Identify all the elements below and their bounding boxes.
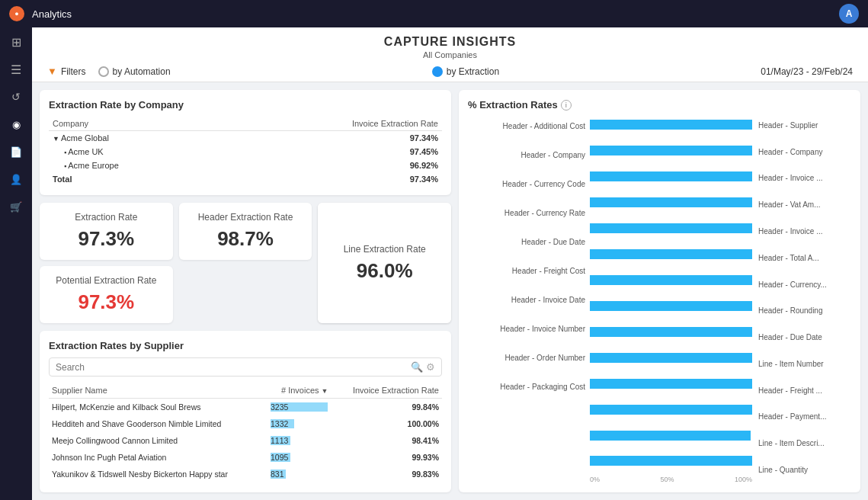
extraction-radio[interactable] xyxy=(432,66,443,77)
chart-title: % Extraction Rates i xyxy=(468,99,851,111)
chart-right-label: Line - Item Descri... xyxy=(752,439,851,447)
chart-bar-row xyxy=(590,351,752,364)
topbar: ● Analytics A xyxy=(0,0,868,27)
page-title: CAPTURE INSIGHTS xyxy=(384,35,516,49)
chart-right-label: Line - Item Number xyxy=(752,360,851,368)
chart-bar-row xyxy=(590,222,752,236)
invoice-count: 831 xyxy=(267,466,332,482)
chart-right-label: Line - Quantity xyxy=(752,466,851,474)
chart-bar-row xyxy=(590,273,752,287)
supplier-table-container[interactable]: Supplier Name # Invoices ▼ Invoice Extra… xyxy=(49,383,442,483)
chart-right-label: Header - Total A... xyxy=(752,254,851,262)
supplier-table: Supplier Name # Invoices ▼ Invoice Extra… xyxy=(49,383,442,483)
sidebar-icon-grid[interactable]: ⊞ xyxy=(8,34,24,50)
chart-left-label: Header - Packaging Cost xyxy=(468,383,590,391)
company-rate-cell: 97.34% xyxy=(222,172,442,186)
page-header: CAPTURE INSIGHTS All Companies ▼ Filters… xyxy=(32,27,868,82)
col-company: Company xyxy=(49,117,222,131)
chart-bar-row xyxy=(590,325,752,338)
chart-left-label: Header - Due Date xyxy=(468,238,590,246)
col-invoices: # Invoices ▼ xyxy=(267,383,332,399)
chart-bar-row xyxy=(590,428,752,442)
sidebar-icon-menu[interactable]: ☰ xyxy=(8,61,24,78)
extraction-rate-value: 97.3% xyxy=(78,227,134,251)
chart-right-label: Header - Freight ... xyxy=(752,386,851,395)
header-extraction-rate-card: Header Extraction Rate 98.7% xyxy=(179,203,312,260)
table-row: Meejo Collingwood Cannon Limited 1113 98… xyxy=(49,432,442,449)
chart-bar-row xyxy=(590,170,752,184)
company-table-card: Extraction Rate by Company Company Invoi… xyxy=(40,90,451,195)
chart-right-label: Header - Due Date xyxy=(752,333,851,341)
invoice-count: 438 xyxy=(267,482,332,483)
line-extraction-label: Line Extraction Rate xyxy=(344,244,426,255)
table-row: Hedditeh and Shave Gooderson Nimble Limi… xyxy=(49,415,442,432)
chart-left-label: Header - Invoice Number xyxy=(468,325,590,333)
filters-button[interactable]: ▼ Filters xyxy=(47,66,86,77)
extraction-rate: 100.00% xyxy=(331,415,442,432)
supplier-name: Hilpert, McKenzie and Kilback Soul Brews xyxy=(49,399,267,416)
chart-left-label: Header - Freight Cost xyxy=(468,267,590,275)
sidebar: ⊞ ☰ ↺ ◉ 📄 👤 🛒 xyxy=(0,27,32,500)
table-row: Tomkin-Padgett Trevaskus Shadow king 438… xyxy=(49,482,442,483)
sidebar-icon-eye[interactable]: ◉ xyxy=(8,116,24,133)
app-title: Analytics xyxy=(32,8,72,20)
chart-left-label: Header - Order Number xyxy=(468,354,590,362)
chart-right-label: Header - Company xyxy=(752,148,851,156)
chart-left-label: Header - Invoice Date xyxy=(468,296,590,304)
date-range: 01/May/23 - 29/Feb/24 xyxy=(761,66,853,77)
chart-right-label: Header - Payment... xyxy=(752,412,851,421)
supplier-name: Hedditeh and Shave Gooderson Nimble Limi… xyxy=(49,415,267,432)
sidebar-icon-refresh[interactable]: ↺ xyxy=(8,88,24,105)
extraction-rate: 86.06% xyxy=(331,482,442,483)
sidebar-icon-cart[interactable]: 🛒 xyxy=(8,198,24,215)
company-name-cell: ▪Acme UK xyxy=(49,145,222,159)
chart-bar-row xyxy=(590,454,752,468)
chart-bar-row xyxy=(590,377,752,390)
potential-extraction-label: Potential Extraction Rate xyxy=(56,275,156,286)
company-rate-cell: 96.92% xyxy=(222,159,442,172)
search-bar[interactable]: 🔍 ⚙ xyxy=(49,357,442,377)
invoice-count: 1095 xyxy=(267,449,332,466)
supplier-card: Extraction Rates by Supplier 🔍 ⚙ Supplie… xyxy=(40,331,451,492)
chart-bar-row xyxy=(590,196,752,210)
by-extraction-option[interactable]: by Extraction xyxy=(432,66,499,77)
chart-right-label: Header - Currency... xyxy=(752,280,851,289)
extraction-rate: 99.93% xyxy=(331,449,442,466)
invoice-count: 1113 xyxy=(267,432,332,449)
user-avatar[interactable]: A xyxy=(839,4,859,24)
sidebar-icon-document[interactable]: 📄 xyxy=(8,143,24,160)
extraction-rate: 99.83% xyxy=(331,466,442,482)
sidebar-icon-user[interactable]: 👤 xyxy=(8,171,24,188)
table-row: Yakunikov & Tidswell Nesby Bickerton Hap… xyxy=(49,466,442,482)
chart-bars xyxy=(590,112,752,474)
search-input[interactable] xyxy=(56,362,411,373)
by-extraction-label: by Extraction xyxy=(447,66,499,77)
supplier-name: Tomkin-Padgett Trevaskus Shadow king xyxy=(49,482,267,483)
by-automation-label: by Automation xyxy=(113,66,171,77)
company-name-cell: ▼Acme Global xyxy=(49,131,222,146)
settings-icon[interactable]: ⚙ xyxy=(426,361,435,373)
col-supplier-name: Supplier Name xyxy=(49,383,267,399)
chart-left-label: Header - Additional Cost xyxy=(468,122,590,130)
by-automation-option[interactable]: by Automation xyxy=(98,66,171,77)
chart-bar-row xyxy=(590,248,752,261)
chart-right-label: Header - Supplier xyxy=(752,121,851,130)
page-subtitle: All Companies xyxy=(423,50,477,59)
company-rate-cell: 97.34% xyxy=(222,131,442,146)
table-row: Johnson Inc Pugh Petal Aviation 1095 99.… xyxy=(49,449,442,466)
potential-extraction-rate-card: Potential Extraction Rate 97.3% xyxy=(40,266,173,323)
company-rate-cell: 97.45% xyxy=(222,145,442,159)
automation-radio[interactable] xyxy=(98,66,109,77)
supplier-title: Extraction Rates by Supplier xyxy=(49,340,442,351)
table-row: Hilpert, McKenzie and Kilback Soul Brews… xyxy=(49,399,442,416)
chart-axis: 0%50%100% xyxy=(590,476,752,483)
invoice-count: 3235 xyxy=(267,399,332,416)
chart-bar-row xyxy=(590,402,752,416)
chart-right-label: Header - Invoice ... xyxy=(752,227,851,236)
filter-icon: ▼ xyxy=(47,66,57,77)
company-table: Company Invoice Extraction Rate ▼Acme Gl… xyxy=(49,117,442,186)
rates-grid: Extraction Rate 97.3% Header Extraction … xyxy=(40,203,451,323)
chart-right-label: Header - Invoice ... xyxy=(752,174,851,182)
chart-bar-row xyxy=(590,299,752,312)
extraction-rate: 98.41% xyxy=(331,432,442,449)
